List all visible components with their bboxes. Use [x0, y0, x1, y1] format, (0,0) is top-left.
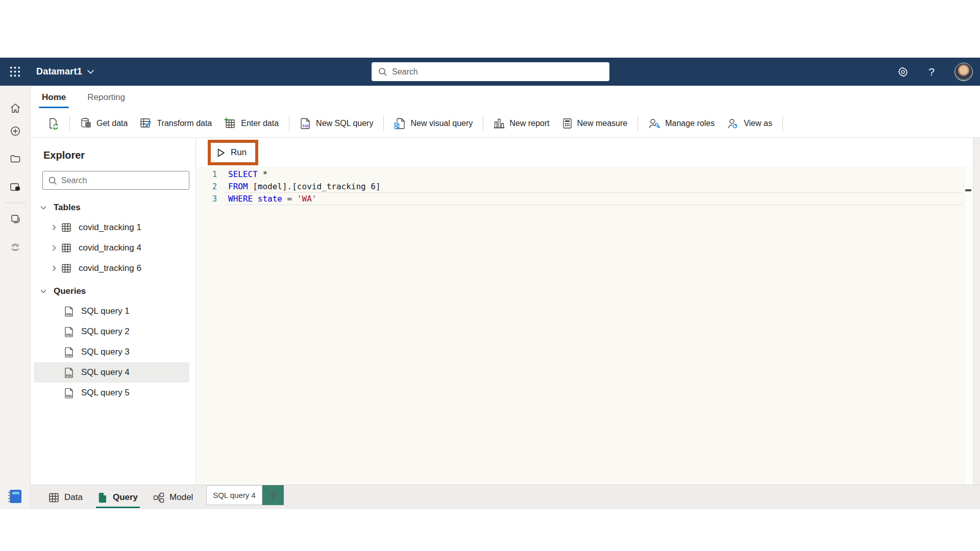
code-text: WHERE state = 'WA' [228, 193, 316, 205]
ribbon-tab-strip: Home Reporting [31, 86, 980, 109]
table-label: covid_tracking 4 [79, 243, 141, 253]
new-sql-query-button[interactable]: SQL New SQL query [293, 113, 379, 134]
model-diagram-icon [153, 492, 164, 503]
table-item-covid-tracking-1[interactable]: covid_tracking 1 [34, 217, 189, 238]
user-avatar[interactable] [954, 63, 973, 81]
plus-icon: + [268, 488, 278, 503]
line-number: 2 [197, 181, 228, 193]
table-item-covid-tracking-6[interactable]: covid_tracking 6 [34, 258, 189, 279]
home-icon[interactable] [10, 103, 21, 114]
run-button[interactable]: Run [211, 143, 255, 162]
view-tab-query[interactable]: Query [98, 485, 138, 510]
help-icon[interactable]: ? [926, 66, 937, 78]
new-report-button[interactable]: New report [487, 114, 555, 133]
chevron-right-icon[interactable] [52, 224, 56, 231]
query-label: SQL query 5 [81, 388, 130, 398]
query-label: SQL query 4 [81, 367, 130, 378]
table-grid-icon [61, 243, 71, 253]
data-grid-icon [48, 492, 59, 503]
notebook-ring [8, 498, 11, 499]
notebook-icon[interactable] [10, 490, 21, 503]
toolbar-separator [782, 116, 783, 131]
explorer-panel: Explorer Tables covid_tracking 1 covid_t… [31, 138, 196, 485]
search-icon [48, 176, 57, 185]
explorer-search-box[interactable] [42, 171, 189, 190]
enter-data-button[interactable]: Enter data [218, 113, 285, 134]
query-label: SQL query 2 [81, 327, 130, 337]
sql-editor: Run 1 SELECT * 2 FROM [model].[covid_tra… [197, 138, 973, 485]
settings-gear-icon[interactable] [897, 66, 909, 78]
editor-scrollbar[interactable] [964, 167, 973, 485]
new-measure-label: New measure [577, 119, 628, 128]
play-icon [217, 148, 225, 157]
table-label: covid_tracking 1 [79, 222, 141, 233]
community-people-icon[interactable] [10, 242, 21, 253]
query-item-sql-query-2[interactable]: SQL SQL query 2 [34, 321, 189, 342]
search-icon [378, 67, 387, 77]
new-measure-button[interactable]: New measure [556, 114, 634, 133]
chevron-down-icon [87, 70, 94, 74]
manage-roles-button[interactable]: Manage roles [642, 114, 721, 133]
view-as-button[interactable]: View as [721, 114, 778, 133]
view-tab-label: Query [113, 492, 138, 503]
enter-data-label: Enter data [241, 119, 279, 128]
datamart-icon[interactable] [10, 182, 21, 193]
view-as-label: View as [744, 119, 772, 128]
query-tab-sql-query-4[interactable]: SQL query 4 [206, 485, 262, 505]
explorer-search-input[interactable] [61, 176, 174, 185]
query-item-sql-query-3[interactable]: SQL SQL query 3 [34, 342, 189, 362]
window-scrollbar[interactable] [973, 138, 980, 485]
query-item-sql-query-4[interactable]: SQL SQL query 4 [34, 362, 189, 383]
query-label: SQL query 1 [81, 306, 130, 316]
view-tab-data[interactable]: Data [48, 485, 83, 510]
workspaces-icon[interactable] [10, 213, 21, 224]
notebook-ring [8, 492, 11, 493]
app-launcher-icon[interactable] [10, 67, 20, 77]
code-line-2: 2 FROM [model].[covid_tracking 6] [197, 181, 973, 193]
code-area[interactable]: 1 SELECT * 2 FROM [model].[covid_trackin… [197, 167, 973, 485]
line-number: 1 [197, 168, 228, 181]
create-plus-icon[interactable] [10, 126, 21, 137]
tab-reporting[interactable]: Reporting [85, 89, 127, 106]
tables-section-header[interactable]: Tables [31, 198, 191, 217]
chevron-down-icon [40, 289, 46, 293]
chevron-right-icon[interactable] [52, 245, 56, 251]
table-grid-icon [61, 222, 71, 233]
tables-header-label: Tables [54, 203, 81, 213]
view-tab-model[interactable]: Model [153, 485, 193, 510]
code-line-1: 1 SELECT * [197, 168, 973, 181]
query-label: SQL query 3 [81, 347, 130, 357]
top-app-bar: Datamart1 ? [0, 58, 980, 86]
run-button-highlight: Run [208, 140, 258, 165]
sql-document-icon: SQL [64, 327, 74, 337]
global-search-input[interactable] [392, 67, 586, 77]
get-data-button[interactable]: Get data [74, 113, 134, 133]
sql-document-icon: SQL [64, 347, 74, 358]
toolbar-separator [69, 116, 70, 131]
toolbar-separator [289, 116, 289, 131]
query-item-sql-query-1[interactable]: SQL SQL query 1 [34, 301, 189, 321]
tab-home[interactable]: Home [40, 89, 68, 106]
transform-data-label: Transform data [157, 119, 212, 128]
table-label: covid_tracking 6 [79, 263, 141, 273]
chevron-right-icon[interactable] [52, 265, 56, 271]
table-item-covid-tracking-4[interactable]: covid_tracking 4 [34, 238, 189, 258]
toolbar-separator [483, 116, 483, 131]
explorer-title: Explorer [43, 149, 85, 161]
global-search-box[interactable] [372, 62, 609, 81]
datamart-title-menu[interactable]: Datamart1 [36, 66, 94, 77]
browse-folder-icon[interactable] [10, 153, 21, 164]
queries-section-header[interactable]: Queries [31, 282, 191, 301]
code-line-3: 3 WHERE state = 'WA' [197, 193, 973, 205]
view-tab-label: Model [169, 492, 193, 503]
refresh-button[interactable] [41, 113, 65, 134]
rail-divider [4, 203, 27, 203]
sql-document-icon: SQL [64, 306, 74, 317]
query-item-sql-query-5[interactable]: SQL SQL query 5 [34, 383, 189, 403]
sql-document-icon: SQL [64, 367, 74, 378]
add-query-button[interactable]: + [262, 485, 284, 505]
new-visual-query-button[interactable]: New visual query [388, 113, 479, 134]
transform-data-button[interactable]: Transform data [134, 113, 218, 134]
svg-text:SQL: SQL [66, 373, 72, 377]
toolbar-separator [383, 116, 384, 131]
